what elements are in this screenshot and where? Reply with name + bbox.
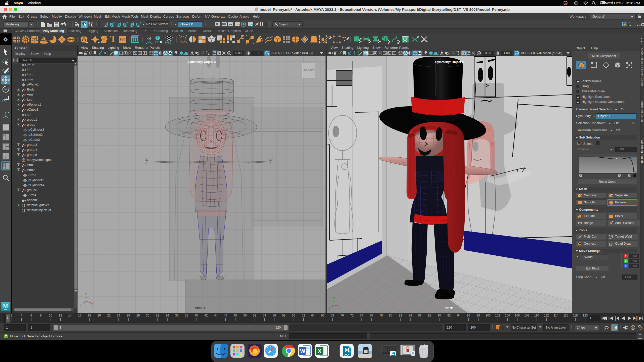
svg-text:X: X [339, 307, 340, 309]
svg-text:front -Z: front -Z [195, 306, 205, 310]
svg-text:Symmetry: Object X: Symmetry: Object X [187, 60, 216, 64]
svg-text:IPR: IPR [229, 23, 232, 26]
svg-text:ON: ON [266, 52, 269, 55]
svg-text:Symmetry: Object X: Symmetry: Object X [435, 60, 464, 64]
svg-text:Z: Z [329, 307, 330, 310]
svg-text:persp: persp [445, 306, 453, 309]
svg-text:M: M [392, 352, 394, 354]
svg-text:ON: ON [515, 52, 518, 55]
svg-text:?: ? [5, 334, 7, 338]
svg-text:M: M [345, 347, 350, 353]
svg-text:T: T [144, 52, 145, 55]
svg-text:T: T [393, 52, 395, 55]
svg-text:0,0,0: 0,0,0 [165, 41, 171, 44]
svg-text:Z: Z [80, 304, 82, 306]
svg-text:X: X [318, 348, 321, 354]
svg-text:Y: Y [333, 297, 335, 300]
svg-text:W: W [300, 348, 305, 354]
svg-text:AYA: AYA [344, 353, 349, 356]
svg-text:X: X [91, 303, 93, 306]
svg-text:Y: Y [85, 293, 87, 296]
svg-text:FRONT: FRONT [303, 69, 314, 72]
